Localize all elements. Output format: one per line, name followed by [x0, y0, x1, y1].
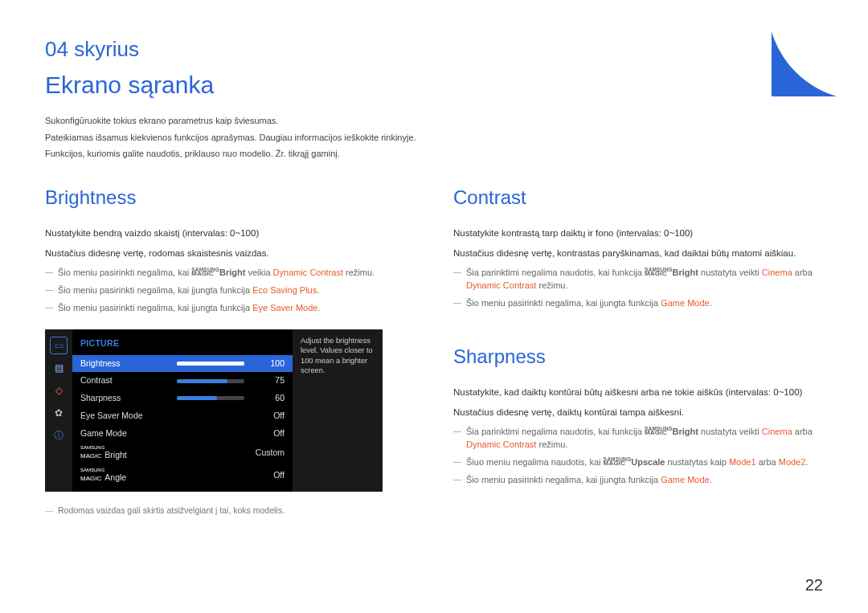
samsung-magic-icon: SAMSUNGMAGIC: [191, 268, 219, 277]
osd-row-value: Off: [177, 469, 285, 482]
samsung-magic-icon: SAMSUNGMAGIC: [645, 268, 673, 277]
size-icon[interactable]: ◇: [51, 382, 67, 398]
osd-row-label: Sharpness: [80, 392, 170, 405]
osd-row-magicbright[interactable]: SAMSUNGMAGICBrightCustom: [72, 442, 293, 464]
samsung-magic-icon: SAMSUNGMAGIC: [604, 457, 632, 467]
osd-footnote: Rodomas vaizdas gali skirtis atsižvelgia…: [45, 505, 415, 517]
chapter-label: 04 skyrius: [45, 34, 823, 65]
intro-line: Funkcijos, kuriomis galite naudotis, pri…: [45, 147, 823, 161]
osd-row-value: Off: [177, 410, 285, 423]
picture-icon[interactable]: ▤: [51, 360, 67, 376]
sharpness-note-3: Šio meniu pasirinkti negalima, kai įjung…: [453, 474, 823, 487]
brightness-note-1: Šio meniu pasirinkti negalima, kai SAMSU…: [45, 267, 415, 280]
osd-description: Adjust the brightness level. Values clos…: [293, 329, 383, 492]
osd-row-contrast[interactable]: Contrast75: [72, 372, 293, 390]
osd-header: PICTURE: [72, 334, 293, 355]
brightness-desc2: Nustačius didesnę vertę, rodomas skaiste…: [45, 247, 415, 260]
osd-row-value: Off: [177, 427, 285, 440]
osd-main: PICTURE Brightness100Contrast75Sharpness…: [72, 329, 293, 492]
contrast-heading: Contrast: [453, 183, 823, 212]
osd-row-sharpness[interactable]: Sharpness60: [72, 390, 293, 407]
intro-line: Pateikiamas išsamus kiekvienos funkcijos…: [45, 131, 823, 145]
sharpness-heading: Sharpness: [453, 342, 823, 371]
sharpness-section: Sharpness Nustatykite, kad daiktų kontūr…: [453, 342, 823, 487]
osd-row-label: SAMSUNGMAGICBright: [80, 444, 170, 462]
osd-sidebar: ▭ ▤ ◇ ✿ ⓘ: [45, 329, 72, 492]
brightness-note-2: Šio meniu pasirinkti negalima, kai įjung…: [45, 284, 415, 297]
sharpness-desc: Nustatykite, kad daiktų kontūrai būtų ai…: [453, 386, 823, 399]
osd-row-label: Eye Saver Mode: [80, 410, 170, 423]
osd-row-value: Custom: [177, 447, 285, 460]
osd-row-label: SAMSUNGMAGICAngle: [80, 467, 170, 484]
right-column: Contrast Nustatykite kontrastą tarp daik…: [453, 183, 823, 517]
osd-row-value: 100: [251, 358, 285, 370]
osd-row-game-mode[interactable]: Game ModeOff: [72, 425, 293, 443]
page-content: 04 skyrius Ekrano sąranka Sukonfigūruoki…: [0, 0, 868, 533]
osd-row-value: 75: [251, 374, 285, 387]
osd-panel: ▭ ▤ ◇ ✿ ⓘ PICTURE Brightness100Contrast7…: [45, 329, 383, 492]
osd-row-eye-saver-mode[interactable]: Eye Saver ModeOff: [72, 407, 293, 425]
osd-row-label: Game Mode: [80, 427, 170, 440]
osd-row-brightness[interactable]: Brightness100: [72, 355, 293, 373]
page-title: Ekrano sąranka: [45, 67, 823, 103]
contrast-desc2: Nustačius didesnę vertę, kontrastas pary…: [453, 247, 823, 260]
info-icon[interactable]: ⓘ: [51, 427, 67, 443]
sharpness-note-1: Šia parinktimi negalima naudotis, kai fu…: [453, 426, 823, 452]
osd-row-value: 60: [251, 392, 285, 405]
osd-row-magicangle[interactable]: SAMSUNGMAGICAngleOff: [72, 464, 293, 487]
monitor-icon[interactable]: ▭: [51, 337, 67, 353]
left-column: Brightness Nustatykite bendrą vaizdo ska…: [45, 183, 415, 517]
brightness-heading: Brightness: [45, 183, 415, 212]
slider-track[interactable]: [177, 379, 244, 383]
intro-line: Sukonfigūruokite tokius ekrano parametru…: [45, 114, 823, 128]
two-column-layout: Brightness Nustatykite bendrą vaizdo ska…: [45, 183, 823, 517]
sharpness-note-2: Šiuo meniu negalima naudotis, kai SAMSUN…: [453, 456, 823, 469]
osd-row-label: Brightness: [80, 358, 170, 370]
slider-track[interactable]: [177, 396, 244, 400]
samsung-magic-icon: SAMSUNGMAGIC: [645, 427, 673, 436]
contrast-note-1: Šia parinktimi negalima naudotis, kai fu…: [453, 267, 823, 292]
brightness-note-3: Šio meniu pasirinkti negalima, kai įjung…: [45, 302, 415, 315]
slider-track[interactable]: [177, 362, 244, 366]
page-corner-decoration: [772, 0, 868, 96]
contrast-desc: Nustatykite kontrastą tarp daiktų ir fon…: [453, 227, 823, 240]
contrast-note-2: Šio meniu pasirinkti negalima, kai įjung…: [453, 297, 823, 310]
settings-icon[interactable]: ✿: [51, 405, 67, 421]
page-number: 22: [805, 573, 823, 597]
osd-row-label: Contrast: [80, 374, 170, 387]
sharpness-desc2: Nustačius didesnę vertę, daiktų kontūrai…: [453, 406, 823, 419]
brightness-desc: Nustatykite bendrą vaizdo skaistį (inter…: [45, 227, 415, 240]
